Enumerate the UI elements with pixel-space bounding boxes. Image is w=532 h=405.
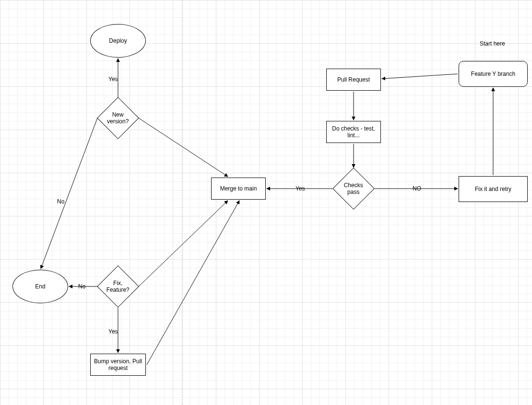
node-pull-request[interactable]: Pull Request — [326, 69, 381, 91]
edge-feature-to-pr — [382, 74, 458, 79]
edge-newversion-to-merge — [139, 118, 228, 177]
node-pull-request-text: Pull Request — [337, 76, 370, 83]
grid-minor — [0, 0, 532, 405]
node-end[interactable]: End — [12, 270, 68, 303]
grid-major — [0, 0, 532, 405]
edges-layer — [0, 0, 532, 405]
node-checks-pass-text: Checks pass — [339, 182, 368, 196]
node-deploy-text: Deploy — [109, 37, 127, 44]
node-feature-branch-text: Feature Y branch — [471, 71, 515, 77]
node-deploy[interactable]: Deploy — [90, 24, 146, 58]
edge-yes-checks-merge: Yes — [296, 185, 305, 192]
diagram-canvas[interactable]: { "labels": { "start_here": "Start here"… — [0, 0, 532, 405]
node-fix-feature-text: Fix, Feature? — [104, 280, 132, 294]
node-new-version[interactable]: New version? — [97, 97, 139, 139]
start-here-label: Start here — [480, 40, 505, 47]
node-feature-branch[interactable]: Feature Y branch — [459, 61, 528, 87]
node-new-version-text: New version? — [104, 111, 132, 125]
edge-newversion-to-end — [41, 118, 97, 269]
edge-no-newversion-end: No — [57, 198, 64, 205]
edge-fixfeature-to-merge — [139, 201, 228, 286]
node-fix-retry-text: Fix it and retry — [475, 186, 511, 192]
edge-bump-to-merge — [147, 201, 239, 365]
page-divider — [182, 0, 183, 405]
edge-yes-fixfeature-bump: Yes — [108, 328, 118, 335]
node-bump-version-text: Bump version, Pull request — [93, 358, 143, 372]
edge-no-fixfeature-end: No — [78, 283, 85, 290]
edge-no-checks-fix: NO — [413, 185, 421, 192]
edge-yes-newversion-deploy: Yes — [108, 76, 118, 83]
node-merge-main-text: Merge to main — [220, 185, 257, 192]
node-merge-main[interactable]: Merge to main — [211, 178, 266, 200]
node-do-checks-text: Do checks - test, lint... — [329, 125, 378, 139]
node-bump-version[interactable]: Bump version, Pull request — [90, 354, 146, 376]
node-end-text: End — [35, 283, 45, 290]
node-checks-pass[interactable]: Checks pass — [332, 167, 375, 210]
node-fix-retry[interactable]: Fix it and retry — [459, 176, 528, 202]
node-fix-feature[interactable]: Fix, Feature? — [97, 265, 139, 308]
node-do-checks[interactable]: Do checks - test, lint... — [326, 121, 381, 143]
